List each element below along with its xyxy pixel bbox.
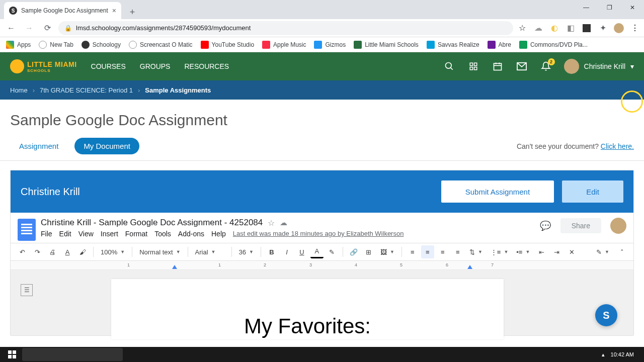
help-link[interactable]: Click here. xyxy=(601,142,634,150)
align-left-icon[interactable]: ≡ xyxy=(406,245,419,258)
menu-edit[interactable]: Edit xyxy=(59,230,71,238)
ruler[interactable]: 1 1 2 3 4 5 6 7 xyxy=(11,261,633,270)
google-docs-icon[interactable] xyxy=(18,219,36,241)
ext3-icon[interactable] xyxy=(582,23,592,33)
image-icon[interactable]: 🖼▼ xyxy=(377,245,397,258)
notifications-icon[interactable]: 2 xyxy=(540,60,552,72)
menu-file[interactable]: File xyxy=(41,230,52,238)
mail-icon[interactable] xyxy=(516,60,528,72)
school-logo[interactable]: LITTLE MIAMI SCHOOLS xyxy=(10,59,77,73)
apps-grid-icon[interactable] xyxy=(467,60,479,72)
close-window-button[interactable]: ✕ xyxy=(621,0,644,15)
newtab-bookmark[interactable]: New Tab xyxy=(39,41,73,49)
gdoc-avatar-icon[interactable] xyxy=(610,218,626,234)
highlight-icon[interactable]: ✎ xyxy=(326,245,339,258)
new-tab-button[interactable]: + xyxy=(125,5,139,19)
menu-insert[interactable]: Insert xyxy=(101,230,118,238)
indent-decrease-icon[interactable]: ⇤ xyxy=(535,245,548,258)
schoology-bookmark[interactable]: Schoology xyxy=(82,41,121,49)
right-margin-marker-icon[interactable] xyxy=(467,265,472,269)
nav-groups[interactable]: GROUPS xyxy=(140,62,171,70)
search-taskbar-icon[interactable] xyxy=(22,348,123,361)
search-icon[interactable] xyxy=(443,60,455,72)
nav-resources[interactable]: RESOURCES xyxy=(184,62,229,70)
indent-increase-icon[interactable]: ⇥ xyxy=(550,245,563,258)
calendar-icon[interactable] xyxy=(492,60,504,72)
line-spacing-icon[interactable]: ⇅▼ xyxy=(466,245,486,258)
star-icon[interactable]: ☆ xyxy=(517,23,527,33)
print-icon[interactable]: 🖨 xyxy=(46,245,59,258)
tray-icon[interactable]: ▴ xyxy=(602,351,605,358)
tab-my-document[interactable]: My Document xyxy=(74,138,139,154)
minimize-button[interactable]: — xyxy=(575,0,598,15)
breadcrumb-home[interactable]: Home xyxy=(10,86,28,94)
menu-format[interactable]: Format xyxy=(125,230,147,238)
text-color-icon[interactable]: A xyxy=(310,245,324,258)
menu-help[interactable]: Help xyxy=(211,230,226,238)
menu-tools[interactable]: Tools xyxy=(154,230,171,238)
browser-tab[interactable]: S Sample Google Doc Assignment × xyxy=(4,2,121,19)
redo-icon[interactable]: ↷ xyxy=(31,245,44,258)
last-edit-link[interactable]: Last edit was made 18 minutes ago by Eli… xyxy=(233,230,404,238)
gdoc-title[interactable]: Christine Krill - Sample Google Doc Assi… xyxy=(41,218,263,228)
edit-button[interactable]: Edit xyxy=(562,180,623,203)
underline-icon[interactable]: U xyxy=(295,245,308,258)
profile-avatar-icon[interactable] xyxy=(614,23,624,33)
cloud-ext-icon[interactable]: ☁ xyxy=(533,23,543,33)
share-button[interactable]: Share xyxy=(560,218,601,233)
undo-icon[interactable]: ↶ xyxy=(16,245,29,258)
menu-addons[interactable]: Add-ons xyxy=(178,230,204,238)
ext1-icon[interactable]: ◐ xyxy=(549,23,559,33)
menu-view[interactable]: View xyxy=(78,230,94,238)
tab-assignment[interactable]: Assignment xyxy=(10,138,67,154)
reload-button[interactable]: ⟳ xyxy=(40,21,54,35)
gizmos-bookmark[interactable]: Gizmos xyxy=(314,41,346,49)
close-tab-icon[interactable]: × xyxy=(112,7,116,15)
star-icon[interactable]: ☆ xyxy=(268,218,275,228)
link-icon[interactable]: 🔗 xyxy=(347,245,360,258)
clear-format-icon[interactable]: ✕ xyxy=(565,245,578,258)
back-button[interactable]: ← xyxy=(4,21,18,35)
align-center-icon[interactable]: ≡ xyxy=(421,245,434,258)
nav-courses[interactable]: COURSES xyxy=(91,62,126,70)
abre-bookmark[interactable]: Abre xyxy=(488,41,511,49)
forward-button[interactable]: → xyxy=(22,21,36,35)
style-select[interactable]: Normal text▼ xyxy=(136,245,183,258)
commons-bookmark[interactable]: Commons/DVD Pla... xyxy=(519,41,588,49)
schoology-fab-icon[interactable]: S xyxy=(595,304,617,326)
bold-icon[interactable]: B xyxy=(265,245,278,258)
comments-icon[interactable]: 💬 xyxy=(539,220,551,232)
screencast-bookmark[interactable]: Screencast O Matic xyxy=(129,41,193,49)
font-size-select[interactable]: 36▼ xyxy=(236,245,257,258)
indent-marker-icon[interactable] xyxy=(172,265,177,269)
miami-bookmark[interactable]: Little Miami Schools xyxy=(354,41,419,49)
maximize-button[interactable]: ❐ xyxy=(598,0,621,15)
add-comment-icon[interactable]: ⊞ xyxy=(362,245,375,258)
outline-toggle-icon[interactable]: ☰ xyxy=(21,284,33,296)
breadcrumb-course[interactable]: 7th GRADE SCIENCE: Period 1 xyxy=(40,86,133,94)
paint-format-icon[interactable]: 🖌 xyxy=(76,245,89,258)
extensions-icon[interactable]: ✦ xyxy=(598,23,608,33)
bullet-list-icon[interactable]: •≡▼ xyxy=(513,245,533,258)
document-page[interactable]: My Favorites: xyxy=(111,279,504,339)
zoom-select[interactable]: 100%▼ xyxy=(98,245,128,258)
submit-assignment-button[interactable]: Submit Assignment xyxy=(441,180,554,203)
editing-mode-icon[interactable]: ✎▼ xyxy=(593,245,612,258)
numbered-list-icon[interactable]: ⋮≡▼ xyxy=(488,245,512,258)
font-select[interactable]: Arial▼ xyxy=(192,245,227,258)
apps-bookmark[interactable]: Apps xyxy=(6,41,31,49)
clock[interactable]: 10:42 AM xyxy=(611,351,634,357)
align-right-icon[interactable]: ≡ xyxy=(436,245,449,258)
align-justify-icon[interactable]: ≡ xyxy=(451,245,464,258)
document-canvas[interactable]: ☰ My Favorites: S xyxy=(11,270,633,335)
applemusic-bookmark[interactable]: Apple Music xyxy=(262,41,306,49)
youtube-bookmark[interactable]: YouTube Studio xyxy=(201,41,255,49)
italic-icon[interactable]: I xyxy=(280,245,293,258)
url-input[interactable]: 🔒 lmsd.schoology.com/assignments/2874590… xyxy=(58,21,513,35)
cloud-saved-icon[interactable]: ☁ xyxy=(280,218,287,227)
user-menu[interactable]: Christine Krill ▾ xyxy=(564,59,634,74)
spellcheck-icon[interactable]: A xyxy=(61,245,74,258)
chrome-menu-icon[interactable]: ⋮ xyxy=(630,23,640,33)
savvas-bookmark[interactable]: Savvas Realize xyxy=(427,41,479,49)
start-button[interactable] xyxy=(4,348,20,361)
